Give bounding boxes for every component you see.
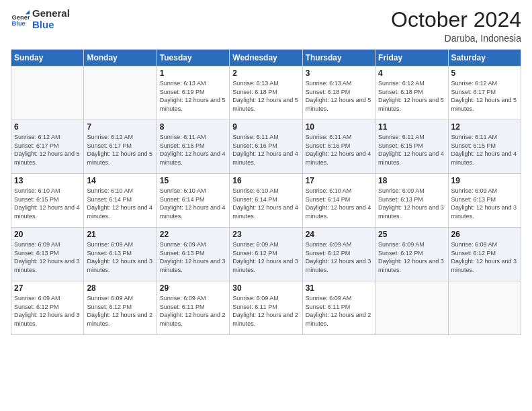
calendar-cell: 8Sunrise: 6:11 AM Sunset: 6:16 PM Daylig…: [157, 120, 229, 174]
day-number: 4: [378, 68, 445, 78]
weekday-header: Tuesday: [157, 50, 229, 66]
day-info: Sunrise: 6:13 AM Sunset: 6:19 PM Dayligh…: [160, 79, 226, 113]
day-info: Sunrise: 6:12 AM Sunset: 6:17 PM Dayligh…: [14, 133, 81, 167]
day-info: Sunrise: 6:09 AM Sunset: 6:13 PM Dayligh…: [451, 187, 518, 220]
svg-marker-2: [26, 10, 30, 14]
day-info: Sunrise: 6:09 AM Sunset: 6:13 PM Dayligh…: [378, 187, 445, 220]
calendar-cell: 5Sunrise: 6:12 AM Sunset: 6:17 PM Daylig…: [448, 66, 521, 120]
calendar-body: 1Sunrise: 6:13 AM Sunset: 6:19 PM Daylig…: [11, 66, 521, 335]
calendar-cell: 16Sunrise: 6:10 AM Sunset: 6:14 PM Dayli…: [230, 174, 302, 228]
calendar-week-row: 27Sunrise: 6:09 AM Sunset: 6:12 PM Dayli…: [11, 281, 521, 335]
logo: General Blue General Blue: [11, 8, 70, 30]
calendar-cell: [84, 66, 157, 120]
svg-text:General: General: [12, 14, 30, 21]
day-number: 13: [14, 176, 81, 185]
day-info: Sunrise: 6:11 AM Sunset: 6:16 PM Dayligh…: [160, 133, 226, 167]
day-number: 14: [87, 176, 153, 185]
day-info: Sunrise: 6:09 AM Sunset: 6:11 PM Dayligh…: [160, 294, 226, 328]
day-number: 30: [232, 283, 299, 293]
day-info: Sunrise: 6:11 AM Sunset: 6:16 PM Dayligh…: [232, 133, 299, 167]
calendar-header: SundayMondayTuesdayWednesdayThursdayFrid…: [11, 50, 521, 66]
day-number: 29: [160, 283, 226, 293]
day-number: 25: [378, 230, 445, 239]
day-info: Sunrise: 6:10 AM Sunset: 6:15 PM Dayligh…: [14, 187, 81, 220]
month-title: October 2024: [391, 8, 521, 32]
day-number: 9: [232, 122, 299, 132]
day-number: 17: [306, 176, 372, 185]
day-info: Sunrise: 6:13 AM Sunset: 6:18 PM Dayligh…: [232, 79, 299, 113]
day-number: 20: [14, 230, 81, 239]
calendar-cell: 22Sunrise: 6:09 AM Sunset: 6:13 PM Dayli…: [157, 228, 229, 281]
day-number: 31: [306, 283, 372, 293]
day-number: 23: [232, 230, 299, 239]
day-info: Sunrise: 6:10 AM Sunset: 6:14 PM Dayligh…: [160, 187, 226, 220]
logo-general-text: General: [32, 8, 70, 19]
calendar-cell: 10Sunrise: 6:11 AM Sunset: 6:16 PM Dayli…: [302, 120, 375, 174]
calendar-cell: [375, 281, 448, 335]
calendar-week-row: 20Sunrise: 6:09 AM Sunset: 6:13 PM Dayli…: [11, 228, 521, 281]
calendar-cell: 23Sunrise: 6:09 AM Sunset: 6:12 PM Dayli…: [230, 228, 302, 281]
day-info: Sunrise: 6:12 AM Sunset: 6:18 PM Dayligh…: [378, 79, 445, 113]
calendar-cell: 7Sunrise: 6:12 AM Sunset: 6:17 PM Daylig…: [84, 120, 157, 174]
calendar-cell: 14Sunrise: 6:10 AM Sunset: 6:14 PM Dayli…: [84, 174, 157, 228]
day-info: Sunrise: 6:11 AM Sunset: 6:15 PM Dayligh…: [451, 133, 518, 167]
calendar-cell: 29Sunrise: 6:09 AM Sunset: 6:11 PM Dayli…: [157, 281, 229, 335]
day-info: Sunrise: 6:09 AM Sunset: 6:12 PM Dayligh…: [14, 294, 81, 328]
logo-icon: General Blue: [11, 10, 30, 29]
weekday-header: Monday: [84, 50, 157, 66]
day-number: 7: [87, 122, 153, 132]
day-number: 28: [87, 283, 153, 293]
day-number: 15: [160, 176, 226, 185]
calendar-table: SundayMondayTuesdayWednesdayThursdayFrid…: [11, 49, 521, 335]
calendar-cell: 26Sunrise: 6:09 AM Sunset: 6:12 PM Dayli…: [448, 228, 521, 281]
calendar-cell: 30Sunrise: 6:09 AM Sunset: 6:11 PM Dayli…: [230, 281, 302, 335]
calendar-cell: [11, 66, 84, 120]
calendar-cell: 6Sunrise: 6:12 AM Sunset: 6:17 PM Daylig…: [11, 120, 84, 174]
day-info: Sunrise: 6:09 AM Sunset: 6:11 PM Dayligh…: [232, 294, 299, 328]
day-number: 11: [378, 122, 445, 132]
calendar-cell: 19Sunrise: 6:09 AM Sunset: 6:13 PM Dayli…: [448, 174, 521, 228]
calendar-cell: 2Sunrise: 6:13 AM Sunset: 6:18 PM Daylig…: [230, 66, 302, 120]
calendar-cell: 12Sunrise: 6:11 AM Sunset: 6:15 PM Dayli…: [448, 120, 521, 174]
day-number: 6: [14, 122, 81, 132]
day-info: Sunrise: 6:13 AM Sunset: 6:18 PM Dayligh…: [306, 79, 372, 113]
day-info: Sunrise: 6:09 AM Sunset: 6:11 PM Dayligh…: [306, 294, 372, 328]
logo-blue-text: Blue: [32, 19, 70, 31]
day-number: 21: [87, 230, 153, 239]
day-info: Sunrise: 6:11 AM Sunset: 6:15 PM Dayligh…: [378, 133, 445, 167]
logo-text: General Blue: [32, 8, 70, 30]
calendar-cell: [448, 281, 521, 335]
calendar-cell: 21Sunrise: 6:09 AM Sunset: 6:13 PM Dayli…: [84, 228, 157, 281]
day-number: 24: [306, 230, 372, 239]
day-info: Sunrise: 6:10 AM Sunset: 6:14 PM Dayligh…: [306, 187, 372, 220]
day-number: 18: [378, 176, 445, 185]
header: General Blue General Blue October 2024 D…: [11, 8, 521, 44]
calendar-cell: 9Sunrise: 6:11 AM Sunset: 6:16 PM Daylig…: [230, 120, 302, 174]
weekday-header: Wednesday: [230, 50, 302, 66]
calendar-week-row: 1Sunrise: 6:13 AM Sunset: 6:19 PM Daylig…: [11, 66, 521, 120]
page-container: General Blue General Blue October 2024 D…: [0, 0, 532, 411]
day-info: Sunrise: 6:09 AM Sunset: 6:13 PM Dayligh…: [87, 240, 153, 274]
day-info: Sunrise: 6:10 AM Sunset: 6:14 PM Dayligh…: [87, 187, 153, 220]
calendar-week-row: 6Sunrise: 6:12 AM Sunset: 6:17 PM Daylig…: [11, 120, 521, 174]
day-number: 22: [160, 230, 226, 239]
day-info: Sunrise: 6:09 AM Sunset: 6:13 PM Dayligh…: [160, 240, 226, 274]
day-info: Sunrise: 6:09 AM Sunset: 6:12 PM Dayligh…: [378, 240, 445, 274]
day-info: Sunrise: 6:09 AM Sunset: 6:12 PM Dayligh…: [451, 240, 518, 274]
weekday-header: Saturday: [448, 50, 521, 66]
calendar-cell: 15Sunrise: 6:10 AM Sunset: 6:14 PM Dayli…: [157, 174, 229, 228]
title-block: October 2024 Daruba, Indonesia: [391, 8, 521, 44]
calendar-cell: 17Sunrise: 6:10 AM Sunset: 6:14 PM Dayli…: [302, 174, 375, 228]
day-number: 26: [451, 230, 518, 239]
day-number: 2: [232, 68, 299, 78]
day-number: 5: [451, 68, 518, 78]
calendar-week-row: 13Sunrise: 6:10 AM Sunset: 6:15 PM Dayli…: [11, 174, 521, 228]
day-info: Sunrise: 6:10 AM Sunset: 6:14 PM Dayligh…: [232, 187, 299, 220]
day-info: Sunrise: 6:12 AM Sunset: 6:17 PM Dayligh…: [451, 79, 518, 113]
calendar-cell: 28Sunrise: 6:09 AM Sunset: 6:12 PM Dayli…: [84, 281, 157, 335]
calendar-cell: 1Sunrise: 6:13 AM Sunset: 6:19 PM Daylig…: [157, 66, 229, 120]
calendar-cell: 31Sunrise: 6:09 AM Sunset: 6:11 PM Dayli…: [302, 281, 375, 335]
weekday-header: Friday: [375, 50, 448, 66]
day-info: Sunrise: 6:12 AM Sunset: 6:17 PM Dayligh…: [87, 133, 153, 167]
day-number: 19: [451, 176, 518, 185]
